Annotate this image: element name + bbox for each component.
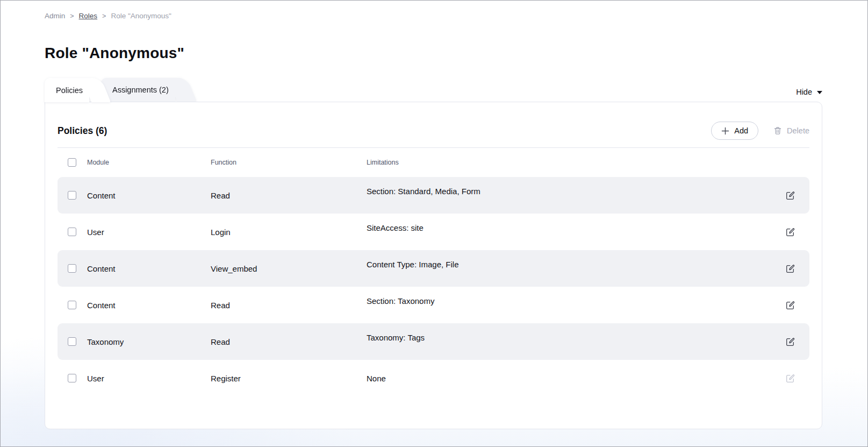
breadcrumb-separator: >: [102, 12, 106, 20]
edit-icon: [786, 228, 795, 237]
table-row: Taxonomy Read Taxonomy: Tags: [58, 323, 809, 360]
limitations-cell: Section: Standard, Media, Form: [367, 187, 776, 196]
limitations-cell: SiteAccess: site: [367, 223, 776, 232]
trash-icon: [773, 126, 782, 135]
row-checkbox-cell: [58, 191, 87, 200]
table-row: Content Read Section: Standard, Media, F…: [58, 177, 809, 214]
module-cell: Content: [87, 301, 211, 310]
panel-title: Policies (6): [58, 125, 107, 137]
function-cell: Read: [211, 301, 367, 310]
row-checkbox-cell: [58, 301, 87, 309]
edit-icon: [786, 337, 795, 346]
delete-button-label: Delete: [787, 126, 809, 135]
row-checkbox[interactable]: [68, 374, 76, 382]
function-cell: Read: [211, 191, 367, 200]
row-checkbox[interactable]: [68, 264, 76, 273]
row-checkbox[interactable]: [68, 337, 76, 346]
edit-policy-button[interactable]: [784, 226, 797, 238]
limitations-cell: Section: Taxonomy: [367, 296, 776, 306]
edit-policy-button[interactable]: [784, 189, 797, 202]
plus-icon: [721, 127, 729, 135]
hide-toggle-label: Hide: [796, 88, 812, 96]
function-cell: Login: [211, 228, 367, 237]
breadcrumb-item-current: Role "Anonymous": [111, 12, 171, 20]
policies-panel: Policies (6) Add: [45, 102, 822, 429]
table-row: User Login SiteAccess: site: [58, 214, 809, 250]
tab-assignments[interactable]: Assignments (2): [101, 78, 175, 102]
breadcrumb-item-roles[interactable]: Roles: [79, 12, 98, 20]
delete-policy-button: Delete: [773, 126, 809, 135]
row-checkbox-cell: [58, 374, 87, 382]
page: Admin > Roles > Role "Anonymous" Role "A…: [1, 1, 867, 429]
table-row: User Register None: [58, 360, 809, 396]
tab-bar: Policies Assignments (2) Hide: [45, 78, 822, 102]
limitations-cell: Taxonomy: Tags: [367, 333, 776, 342]
module-cell: User: [87, 228, 211, 237]
edit-cell: [776, 372, 809, 385]
table-header-row: Module Function Limitations: [58, 148, 809, 177]
edit-icon: [786, 264, 795, 273]
row-checkbox-cell: [58, 337, 87, 346]
edit-cell: [776, 189, 809, 202]
edit-cell: [776, 226, 809, 238]
add-button-label: Add: [734, 126, 748, 135]
edit-cell: [776, 336, 809, 348]
edit-cell: [776, 262, 809, 275]
edit-cell: [776, 299, 809, 311]
panel-actions: Add Delete: [711, 122, 809, 140]
column-header-limitations: Limitations: [367, 159, 776, 166]
edit-policy-button[interactable]: [784, 262, 797, 275]
edit-icon: [786, 374, 795, 383]
page-title: Role "Anonymous": [45, 45, 822, 62]
column-header-function: Function: [211, 159, 367, 166]
module-cell: User: [87, 374, 211, 383]
edit-policy-button[interactable]: [784, 336, 797, 348]
hide-toggle-button[interactable]: Hide: [796, 88, 822, 96]
function-cell: Register: [211, 374, 367, 383]
breadcrumb-separator: >: [70, 12, 74, 20]
function-cell: View_embed: [211, 264, 367, 273]
breadcrumb: Admin > Roles > Role "Anonymous": [45, 12, 822, 20]
function-cell: Read: [211, 337, 367, 346]
tab-assignments-label: Assignments (2): [112, 86, 169, 94]
panel-header: Policies (6) Add: [58, 122, 809, 140]
module-cell: Content: [87, 264, 211, 273]
edit-policy-button: [784, 372, 797, 385]
select-all-checkbox[interactable]: [68, 158, 76, 167]
column-header-module: Module: [87, 159, 211, 166]
row-checkbox[interactable]: [68, 191, 76, 200]
tab-policies[interactable]: Policies: [45, 78, 89, 102]
row-checkbox[interactable]: [68, 228, 76, 236]
edit-policy-button[interactable]: [784, 299, 797, 311]
header-checkbox-cell: [58, 158, 87, 167]
edit-icon: [786, 301, 795, 310]
policies-table-body: Content Read Section: Standard, Media, F…: [58, 177, 809, 396]
limitations-cell: Content Type: Image, File: [367, 260, 776, 269]
table-row: Content Read Section: Taxonomy: [58, 287, 809, 323]
module-cell: Taxonomy: [87, 337, 211, 346]
row-checkbox-cell: [58, 264, 87, 273]
table-row: Content View_embed Content Type: Image, …: [58, 250, 809, 287]
limitations-cell: None: [367, 374, 776, 383]
edit-icon: [786, 191, 795, 200]
module-cell: Content: [87, 191, 211, 200]
tab-policies-label: Policies: [56, 86, 83, 95]
row-checkbox-cell: [58, 228, 87, 236]
breadcrumb-item-admin: Admin: [45, 12, 65, 20]
chevron-down-icon: [817, 91, 822, 94]
row-checkbox[interactable]: [68, 301, 76, 309]
add-policy-button[interactable]: Add: [711, 122, 758, 140]
